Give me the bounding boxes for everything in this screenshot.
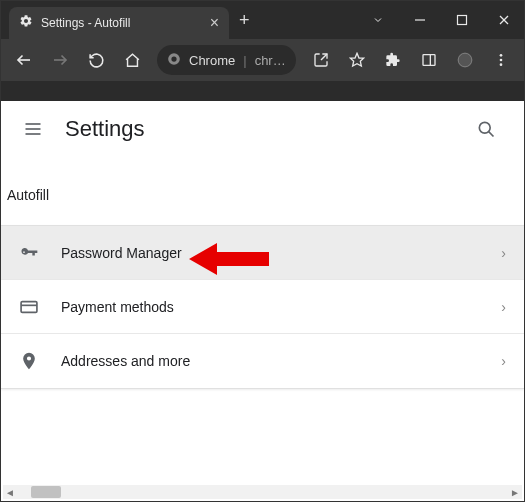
omnibox-separator: | bbox=[243, 53, 246, 68]
address-bar[interactable]: Chrome | chrome://s… bbox=[157, 45, 296, 75]
svg-point-13 bbox=[500, 54, 503, 57]
extensions-icon[interactable] bbox=[376, 43, 410, 77]
tab-close-icon[interactable]: × bbox=[210, 15, 219, 31]
omnibox-chip: Chrome bbox=[189, 53, 235, 68]
tab-title: Settings - Autofill bbox=[41, 16, 202, 30]
svg-rect-9 bbox=[423, 55, 435, 66]
credit-card-icon bbox=[19, 297, 39, 317]
close-button[interactable] bbox=[484, 5, 524, 35]
row-label: Password Manager bbox=[61, 245, 182, 261]
svg-point-19 bbox=[479, 122, 490, 133]
row-label: Payment methods bbox=[61, 299, 174, 315]
row-password-manager[interactable]: Password Manager › bbox=[1, 226, 524, 280]
row-payment-methods[interactable]: Payment methods › bbox=[1, 280, 524, 334]
forward-button[interactable] bbox=[43, 43, 77, 77]
svg-marker-8 bbox=[350, 53, 363, 66]
share-icon[interactable] bbox=[304, 43, 338, 77]
gear-icon bbox=[19, 14, 33, 32]
window-controls bbox=[358, 5, 524, 35]
svg-point-11 bbox=[458, 53, 473, 68]
browser-tab[interactable]: Settings - Autofill × bbox=[9, 7, 229, 39]
svg-point-14 bbox=[500, 59, 503, 62]
svg-line-20 bbox=[489, 132, 494, 137]
chrome-logo-icon bbox=[167, 52, 181, 69]
menu-icon[interactable] bbox=[484, 43, 518, 77]
bookmark-icon[interactable] bbox=[340, 43, 374, 77]
page-title: Settings bbox=[65, 116, 145, 142]
new-tab-button[interactable]: + bbox=[229, 10, 260, 31]
omnibox-url: chrome://s… bbox=[255, 53, 286, 68]
menu-button[interactable] bbox=[21, 117, 45, 141]
svg-point-7 bbox=[171, 56, 176, 61]
chevron-right-icon: › bbox=[501, 299, 506, 315]
back-button[interactable] bbox=[7, 43, 41, 77]
chevron-down-icon[interactable] bbox=[358, 5, 398, 35]
search-button[interactable] bbox=[468, 111, 504, 147]
row-addresses[interactable]: Addresses and more › bbox=[1, 334, 524, 388]
key-icon bbox=[19, 243, 39, 263]
chevron-right-icon: › bbox=[501, 353, 506, 369]
window-titlebar: Settings - Autofill × + bbox=[1, 1, 524, 39]
horizontal-scrollbar[interactable]: ◄ ► bbox=[3, 485, 522, 499]
chevron-right-icon: › bbox=[501, 245, 506, 261]
sidepanel-icon[interactable] bbox=[412, 43, 446, 77]
toolbar-shadow bbox=[1, 81, 524, 101]
scroll-right-icon[interactable]: ► bbox=[508, 485, 522, 499]
settings-header: Settings bbox=[1, 101, 524, 157]
maximize-button[interactable] bbox=[442, 5, 482, 35]
profile-icon[interactable] bbox=[448, 43, 482, 77]
settings-content: Autofill Password Manager › Payment meth… bbox=[1, 157, 524, 389]
scroll-left-icon[interactable]: ◄ bbox=[3, 485, 17, 499]
svg-rect-1 bbox=[458, 16, 467, 25]
scroll-track[interactable] bbox=[17, 485, 508, 499]
minimize-button[interactable] bbox=[400, 5, 440, 35]
svg-rect-21 bbox=[21, 301, 37, 312]
settings-list: Password Manager › Payment methods › Add… bbox=[1, 225, 524, 389]
home-button[interactable] bbox=[115, 43, 149, 77]
section-label: Autofill bbox=[1, 177, 524, 213]
location-pin-icon bbox=[19, 351, 39, 371]
scroll-thumb[interactable] bbox=[31, 486, 61, 498]
svg-point-15 bbox=[500, 63, 503, 66]
browser-toolbar: Chrome | chrome://s… bbox=[1, 39, 524, 81]
row-label: Addresses and more bbox=[61, 353, 190, 369]
reload-button[interactable] bbox=[79, 43, 113, 77]
